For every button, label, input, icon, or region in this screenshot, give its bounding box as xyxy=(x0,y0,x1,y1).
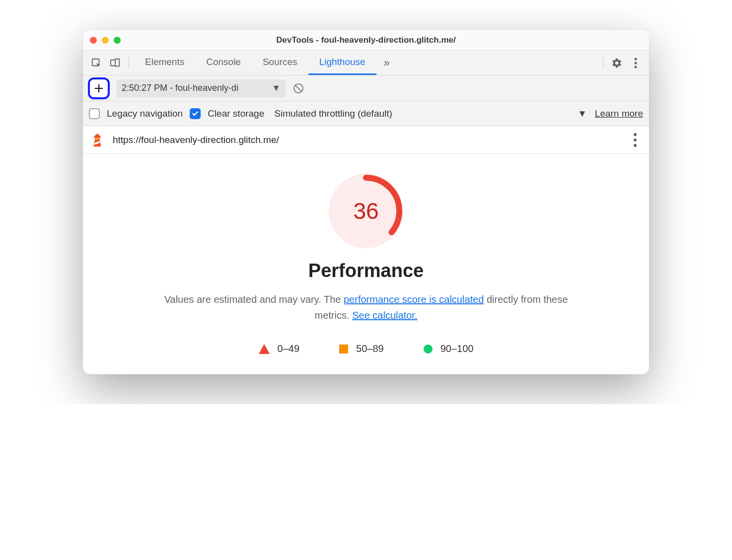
report-select-dropdown[interactable]: 2:50:27 PM - foul-heavenly-di ▼ xyxy=(117,79,286,97)
performance-gauge: 36 xyxy=(329,174,403,248)
caret-down-icon: ▼ xyxy=(272,83,281,93)
divider xyxy=(603,57,603,69)
devtools-window: DevTools - foul-heavenly-direction.glitc… xyxy=(83,30,649,374)
learn-more-link[interactable]: Learn more xyxy=(595,108,643,119)
lighthouse-toolbar: 2:50:27 PM - foul-heavenly-di ▼ xyxy=(83,75,649,101)
score-description: Values are estimated and may vary. The p… xyxy=(152,291,580,323)
zoom-window-button[interactable] xyxy=(114,37,121,44)
report-url: https://foul-heavenly-direction.glitch.m… xyxy=(113,135,620,145)
window-title: DevTools - foul-heavenly-direction.glitc… xyxy=(276,35,455,45)
report-options-menu[interactable] xyxy=(628,131,642,149)
tab-elements[interactable]: Elements xyxy=(134,51,195,75)
lighthouse-options: Legacy navigation Clear storage Simulate… xyxy=(83,101,649,126)
legend-pass: 90–100 xyxy=(424,343,474,354)
performance-score: 36 xyxy=(329,174,403,248)
legacy-navigation-label: Legacy navigation xyxy=(107,108,183,119)
tab-console[interactable]: Console xyxy=(195,51,252,75)
device-toolbar-icon[interactable] xyxy=(107,55,124,71)
devtools-tabs: Elements Console Sources Lighthouse xyxy=(134,51,376,75)
caret-down-icon[interactable]: ▼ xyxy=(578,108,587,119)
close-window-button[interactable] xyxy=(90,37,97,44)
more-tabs-icon[interactable]: » xyxy=(378,55,395,71)
calculator-link[interactable]: See calculator. xyxy=(352,310,417,321)
lighthouse-report: 36 Performance Values are estimated and … xyxy=(83,154,649,374)
new-report-button[interactable] xyxy=(88,77,110,99)
clear-storage-label: Clear storage xyxy=(208,108,264,119)
settings-gear-icon[interactable] xyxy=(608,55,625,71)
fail-triangle-icon xyxy=(259,344,270,354)
legend-average: 50–89 xyxy=(339,343,384,354)
minimize-window-button[interactable] xyxy=(102,37,109,44)
average-square-icon xyxy=(339,345,348,353)
score-legend: 0–49 50–89 90–100 xyxy=(93,343,639,354)
divider xyxy=(129,57,129,69)
svg-point-3 xyxy=(635,58,637,60)
clear-reports-icon[interactable] xyxy=(293,82,304,94)
traffic-lights xyxy=(90,37,121,44)
pass-circle-icon xyxy=(424,345,433,353)
report-url-bar: https://foul-heavenly-direction.glitch.m… xyxy=(83,126,649,154)
category-title: Performance xyxy=(93,260,639,281)
lighthouse-logo-icon xyxy=(90,133,105,147)
tab-lighthouse[interactable]: Lighthouse xyxy=(308,51,376,75)
kebab-menu-icon[interactable] xyxy=(627,55,644,71)
svg-point-4 xyxy=(635,62,637,64)
tab-sources[interactable]: Sources xyxy=(252,51,308,75)
legend-fail: 0–49 xyxy=(259,343,300,354)
report-select-label: 2:50:27 PM - foul-heavenly-di xyxy=(122,83,238,93)
svg-point-5 xyxy=(635,66,637,68)
svg-rect-2 xyxy=(115,59,119,66)
throttling-label: Simulated throttling (default) xyxy=(274,108,392,119)
legacy-navigation-checkbox[interactable] xyxy=(89,108,100,119)
score-calc-link[interactable]: performance score is calculated xyxy=(344,294,484,305)
clear-storage-checkbox[interactable] xyxy=(190,108,201,119)
titlebar: DevTools - foul-heavenly-direction.glitc… xyxy=(83,30,649,51)
inspect-element-icon[interactable] xyxy=(88,55,105,71)
devtools-tabs-bar: Elements Console Sources Lighthouse » xyxy=(83,51,649,75)
